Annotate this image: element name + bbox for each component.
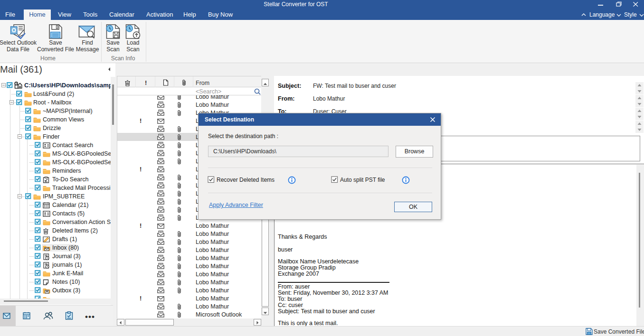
svg-text:O: O <box>12 27 16 34</box>
